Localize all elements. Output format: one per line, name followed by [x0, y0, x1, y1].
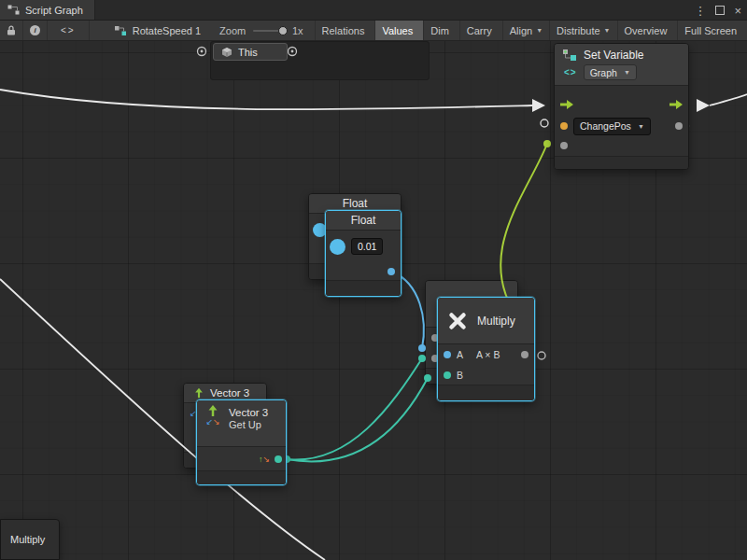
value-input-port[interactable]: [560, 142, 568, 149]
node-title: Multiply: [477, 315, 515, 328]
connection-arrow-left: [532, 99, 545, 112]
maximize-icon[interactable]: [715, 6, 725, 15]
variable-port[interactable]: [560, 122, 568, 130]
graph-canvas[interactable]: Float Vector 3 ↙↘: [0, 41, 747, 560]
node-title: Float: [351, 214, 376, 227]
menu-icon[interactable]: ⋮: [694, 5, 706, 17]
variable-icon: [562, 49, 577, 62]
node-title: Set Variable: [584, 49, 643, 62]
node-title: Vector 3: [229, 407, 268, 418]
set-variable-node[interactable]: Set Variable <> Graph ▼: [554, 43, 689, 170]
float-icon: [330, 239, 345, 255]
tab-script-graph[interactable]: Script Graph: [0, 0, 95, 20]
connection-arrow-right: [697, 99, 710, 112]
info-icon: i: [30, 25, 40, 35]
multiply-output-ring: [538, 352, 545, 359]
wire-teal-b: [287, 378, 428, 461]
vector3-output-icon: ↑↘: [259, 455, 270, 464]
wire-endpoint: [543, 140, 551, 147]
zoom-label: Zoom: [219, 21, 246, 40]
chevron-down-icon: ▼: [638, 123, 644, 130]
chevron-down-icon: ▼: [536, 27, 543, 34]
chevron-down-icon: ▼: [624, 69, 630, 76]
script-graph-icon: [7, 5, 20, 15]
toolbar-button-values[interactable]: Values: [375, 21, 424, 40]
toolbar-buttons: Relations Values Dim Carry Align▼ Distri…: [315, 21, 747, 40]
zoom-slider[interactable]: [253, 21, 285, 41]
multiply-icon: [447, 311, 468, 331]
wire-teal-a: [287, 358, 422, 460]
input-port-b[interactable]: [444, 371, 451, 379]
graph-breadcrumb[interactable]: RotateSpeed 1: [114, 21, 201, 40]
node-subtitle: Get Up: [229, 419, 268, 430]
window-controls: ⋮ ×: [694, 0, 741, 21]
wire-white-top: [0, 90, 532, 109]
tab-title: Script Graph: [25, 5, 83, 16]
toolbar-button-overview[interactable]: Overview: [618, 21, 679, 40]
toolbar-button-distribute[interactable]: Distribute▼: [550, 21, 617, 40]
node-title: Float: [343, 197, 368, 210]
toolbar-button-relations[interactable]: Relations: [316, 21, 376, 40]
scope-dropdown[interactable]: Graph ▼: [584, 64, 637, 80]
node-title: Multiply: [10, 534, 45, 545]
float-output-port[interactable]: [388, 268, 395, 275]
this-input-ring: [198, 48, 206, 56]
lock-button[interactable]: [0, 21, 23, 40]
cube-icon: [221, 47, 233, 58]
graph-scope-icon: <>: [564, 67, 577, 77]
value-output-port[interactable]: [675, 122, 683, 130]
input-port-a[interactable]: [444, 351, 451, 358]
output-port-result[interactable]: [521, 351, 529, 358]
vector3-type-icon: ↙↘: [205, 418, 219, 427]
partial-multiply-node[interactable]: Multiply: [0, 519, 60, 560]
setvar-port-ring: [541, 119, 548, 127]
control-output-arrow[interactable]: [669, 99, 684, 110]
toolbar-button-fullscreen[interactable]: Full Screen: [678, 21, 747, 40]
multiply-node[interactable]: Multiply A A × B B: [437, 297, 535, 401]
float-node[interactable]: Float 0.01: [325, 210, 402, 297]
lock-icon: [7, 25, 16, 35]
chevron-down-icon: ▼: [604, 27, 611, 34]
toolbar-button-dim[interactable]: Dim: [424, 21, 460, 40]
node-title: Vector 3: [210, 387, 249, 399]
graph-toolbar: i <> RotateSpeed 1 Zoom 1x Relations Val…: [0, 21, 747, 41]
zoom-slider-handle[interactable]: [278, 26, 288, 35]
vector3-get-up-node[interactable]: ↙↘ Vector 3 Get Up ↑↘: [196, 399, 287, 485]
titlebar: Script Graph ⋮ ×: [0, 0, 747, 21]
graph-icon: [114, 25, 127, 36]
info-button[interactable]: i: [23, 21, 48, 40]
float-value-input[interactable]: 0.01: [351, 238, 383, 255]
code-preview-button[interactable]: <>: [48, 21, 90, 40]
up-arrow-icon: [193, 387, 204, 399]
vector3-output-port[interactable]: [275, 455, 282, 463]
toolbar-button-carry[interactable]: Carry: [460, 21, 503, 40]
code-icon: <>: [61, 25, 76, 35]
toolbar-button-align[interactable]: Align▼: [503, 21, 550, 40]
this-node[interactable]: This: [213, 43, 288, 61]
variable-dropdown[interactable]: ChangePos ▼: [573, 118, 651, 135]
wire-white-top-right: [710, 94, 747, 105]
close-icon[interactable]: ×: [734, 5, 741, 17]
up-arrow-icon: [206, 404, 219, 417]
graph-name: RotateSpeed 1: [133, 25, 201, 36]
zoom-value: 1x: [292, 21, 303, 40]
this-node-label: This: [238, 47, 258, 58]
control-input-arrow[interactable]: [559, 99, 574, 110]
